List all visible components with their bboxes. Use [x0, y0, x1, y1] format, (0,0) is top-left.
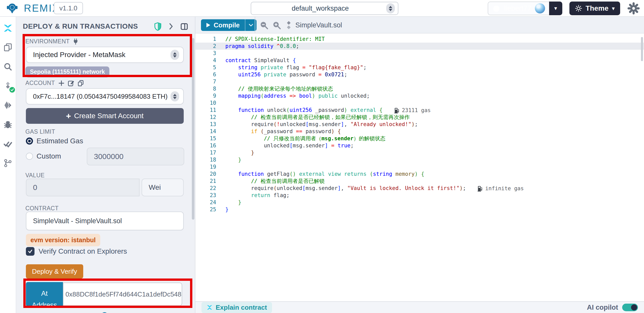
solidity-compiler-icon[interactable]: [3, 81, 13, 91]
panel-scrollbar[interactable]: [192, 38, 194, 220]
environment-stepper-icon: [171, 50, 179, 60]
github-login-button[interactable]: liebert77 ▾: [488, 2, 562, 15]
line-number: 8: [195, 85, 216, 92]
zoom-out-icon[interactable]: [259, 21, 268, 30]
estimated-gas-radio[interactable]: [26, 137, 33, 145]
account-value: 0xF7c...18147 (0.050434750499584083 ETH): [33, 93, 171, 100]
evm-version-badge: evm version: istanbul: [26, 234, 100, 246]
line-number: 12: [195, 114, 216, 121]
editor-scrollbar[interactable]: [641, 37, 643, 61]
code-line: 16 unlocked[msg.sender] = true;: [195, 142, 644, 149]
editor-area: Compile SimpleVault.sol 1// SPDX-License…: [195, 17, 644, 313]
deploy-run-icon[interactable]: [3, 100, 13, 110]
gas-estimate-annotation: infinite gas: [478, 185, 524, 192]
code-line: 11 function unlock(uint256 _password) ex…: [195, 107, 644, 114]
edit-account-icon[interactable]: [68, 80, 74, 86]
search-icon[interactable]: [3, 62, 13, 72]
at-address-input[interactable]: 0x88DC8f1de5Ff74d644C1a1defDc54869E5Ce3: [63, 283, 182, 306]
gas-limit-input[interactable]: 3000000: [87, 148, 184, 165]
settings-gear-icon[interactable]: [627, 2, 640, 15]
open-file-name[interactable]: SimpleVault.sol: [295, 17, 342, 33]
line-number: 5: [195, 64, 216, 71]
code-line: 25}: [195, 206, 644, 213]
code-line: 8 // 使用映射来记录每个地址的解锁状态: [195, 85, 644, 92]
shield-icon[interactable]: [154, 22, 162, 31]
code-line: 18 }: [195, 156, 644, 163]
value-input[interactable]: 0: [26, 179, 140, 196]
chevron-right-icon[interactable]: [168, 23, 174, 30]
workspace-select[interactable]: default_workspace: [251, 2, 398, 15]
line-number: 18: [195, 156, 216, 163]
add-account-icon[interactable]: [58, 80, 65, 86]
custom-gas-radio[interactable]: [26, 153, 33, 160]
code-line: 20 function getFlag() external view retu…: [195, 170, 644, 178]
at-address-button[interactable]: At Address: [26, 282, 63, 306]
account-select[interactable]: 0xF7c...18147 (0.050434750499584083 ETH): [26, 88, 184, 105]
code-line: 21 // 检查当前调用者是否已解锁: [195, 178, 644, 185]
gas-limit-label: GAS LIMIT: [25, 128, 55, 135]
code-line: 19: [195, 163, 644, 170]
debugger-bug-icon[interactable]: [3, 120, 13, 129]
editor-toolbar: Compile SimpleVault.sol: [195, 17, 644, 33]
line-number: 11: [195, 107, 216, 114]
panel-title: DEPLOY & RUN TRANSACTIONS: [23, 22, 154, 30]
zoom-in-icon[interactable]: [272, 21, 281, 30]
line-number: 25: [195, 206, 216, 213]
gas-pump-icon: [478, 185, 483, 192]
account-label: ACCOUNT: [25, 80, 84, 86]
code-line: 9 mapping(address => bool) public unlock…: [195, 92, 644, 99]
theme-caret-icon: ▾: [612, 5, 615, 11]
code-line: 22 require(unlocked[msg.sender], "Vault …: [195, 185, 644, 192]
file-explorer-icon[interactable]: [3, 43, 13, 52]
line-number: 15: [195, 135, 216, 142]
line-number: 10: [195, 99, 216, 107]
login-dropdown-button[interactable]: ▾: [549, 2, 562, 15]
ai-copilot-label: AI copilot: [587, 304, 618, 311]
custom-gas-label: Custom: [37, 152, 61, 160]
top-bar: REMIX v1.1.0 default_workspace liebert77…: [0, 0, 644, 17]
theme-button[interactable]: Theme ▾: [569, 2, 620, 15]
line-number: 6: [195, 71, 216, 78]
code-line: 24 }: [195, 199, 644, 206]
create-smart-account-button[interactable]: + Create Smart Account: [26, 108, 184, 124]
plugin-manager-icon[interactable]: [3, 158, 13, 168]
remix-brand: REMIX: [6, 2, 60, 14]
code-line: 17 }: [195, 149, 644, 156]
contract-select[interactable]: SimpleVault - SimpleVault.sol: [26, 212, 184, 230]
line-number: 4: [195, 57, 216, 64]
code-line: 12 // 检查当前调用者是否已经解锁，如果已经解锁，则无需再次操作: [195, 114, 644, 121]
code-line: 10: [195, 99, 644, 107]
editor-status-bar: Explain contract AI copilot: [195, 301, 644, 313]
code-line: 6 uint256 private password = 0x0721;: [195, 71, 644, 78]
line-number: 22: [195, 185, 216, 192]
copy-address-icon[interactable]: [77, 80, 84, 86]
pin-panel-icon[interactable]: [180, 22, 188, 30]
plug-icon[interactable]: [73, 38, 79, 45]
code-lines: 1// SPDX-License-Identifier: MIT2pragma …: [195, 34, 644, 301]
line-number: 20: [195, 170, 216, 178]
code-line: 2pragma solidity ^0.8.0;: [195, 43, 644, 50]
workspace-name: default_workspace: [254, 5, 386, 12]
ai-copilot-toggle[interactable]: [622, 304, 638, 311]
compile-button[interactable]: Compile: [201, 19, 257, 31]
code-line: 15 // 只修改当前调用者（msg.sender）的解锁状态: [195, 135, 644, 142]
environment-select[interactable]: Injected Provider - MetaMask: [26, 47, 184, 63]
remix-ai-icon[interactable]: AI: [3, 23, 13, 33]
line-number: 9: [195, 92, 216, 99]
explain-contract-button[interactable]: Explain contract: [201, 302, 272, 313]
github-icon: [492, 4, 500, 12]
plus-icon: +: [66, 111, 71, 121]
code-line: 14 if (_password == password) {: [195, 128, 644, 135]
verify-checkbox[interactable]: [26, 247, 35, 256]
code-line: 1// SPDX-License-Identifier: MIT: [195, 36, 644, 43]
theme-label: Theme: [586, 4, 608, 12]
play-icon: [206, 22, 211, 28]
line-number: 13: [195, 121, 216, 128]
unit-testing-icon[interactable]: [3, 139, 13, 149]
compile-success-badge: [9, 86, 16, 93]
value-unit-select[interactable]: Wei: [142, 179, 184, 196]
line-number: 24: [195, 199, 216, 206]
deploy-verify-button[interactable]: Deploy & Verify: [26, 264, 83, 279]
environment-label: ENVIRONMENT: [25, 38, 79, 45]
verify-label: Verify Contract on Explorers: [39, 247, 127, 255]
